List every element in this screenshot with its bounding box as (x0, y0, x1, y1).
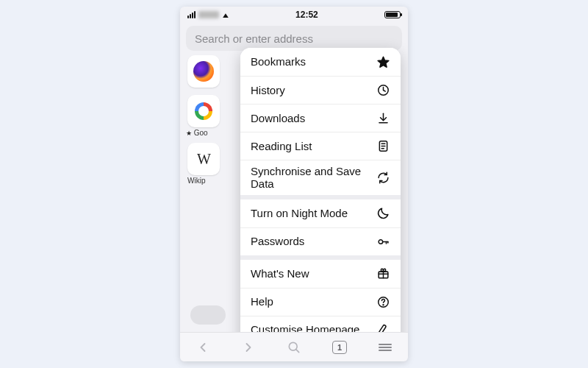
svg-marker-0 (378, 57, 389, 67)
menu-item-passwords[interactable]: Passwords (240, 227, 401, 255)
back-button[interactable] (192, 336, 214, 358)
key-icon (374, 235, 390, 249)
address-placeholder: Search or enter address (195, 32, 313, 45)
homepage-widget-pill (190, 305, 226, 325)
svg-point-16 (383, 304, 384, 305)
battery-icon (384, 11, 401, 18)
pin-star-icon: ★ (186, 130, 192, 137)
menu-item-label: Turn on Night Mode (251, 202, 348, 224)
hamburger-icon (379, 342, 392, 353)
menu-item-help[interactable]: Help (240, 288, 401, 316)
help-icon (374, 295, 390, 309)
menu-item-label: Help (251, 291, 273, 312)
main-menu-popup: BookmarksHistoryDownloadsReading ListSyn… (240, 48, 401, 361)
forward-icon (241, 340, 256, 355)
phone-frame: 12:52 Search or enter address ★ Goo W Wi… (180, 7, 408, 361)
homepage-shortcuts: ★ Goo W Wikip (187, 55, 239, 191)
shortcut-firefox[interactable] (187, 55, 220, 88)
signal-icon (187, 11, 196, 18)
gift-icon (374, 266, 390, 280)
menu-item-label: Reading List (251, 135, 312, 157)
shortcut-google[interactable] (187, 95, 220, 127)
moon-icon (374, 206, 390, 220)
menu-item-label: Synchronise and Save Data (251, 160, 376, 195)
menu-item-label: Downloads (251, 107, 305, 129)
tabs-button[interactable]: 1 (329, 336, 351, 358)
google-icon (195, 102, 212, 120)
address-bar[interactable]: Search or enter address (186, 26, 402, 51)
menu-item-sync[interactable]: Synchronise and Save Data (240, 160, 401, 195)
search-button[interactable] (283, 336, 305, 358)
menu-button[interactable] (374, 336, 396, 358)
shortcut-wikipedia[interactable]: W (187, 143, 220, 175)
wifi-icon (222, 10, 229, 20)
clock-icon (374, 83, 390, 97)
bottom-toolbar: 1 (180, 332, 408, 361)
menu-item-label: History (251, 79, 285, 101)
menu-item-history[interactable]: History (240, 76, 401, 104)
search-icon (287, 340, 301, 355)
forward-button[interactable] (237, 336, 259, 358)
svg-point-8 (379, 239, 383, 244)
shortcut-label-wikipedia: Wikip (187, 177, 239, 185)
download-icon (374, 111, 390, 125)
reader-icon (374, 139, 390, 153)
shortcut-label-google: Goo (194, 129, 208, 137)
firefox-icon (193, 61, 214, 82)
sync-icon (376, 171, 390, 185)
menu-item-label: Bookmarks (251, 51, 306, 72)
menu-item-downloads[interactable]: Downloads (240, 104, 401, 132)
back-icon (196, 340, 210, 355)
menu-item-whatsnew[interactable]: What's New (240, 260, 401, 288)
menu-item-bookmarks[interactable]: Bookmarks (240, 48, 401, 76)
tab-count-badge: 1 (332, 341, 347, 354)
carrier-name-blurred (198, 11, 219, 18)
menu-item-night[interactable]: Turn on Night Mode (240, 199, 401, 227)
menu-item-label: What's New (251, 263, 309, 284)
status-time: 12:52 (295, 10, 318, 20)
wikipedia-icon: W (197, 151, 210, 168)
svg-line-21 (296, 349, 299, 352)
star-icon (374, 55, 390, 69)
menu-item-reading[interactable]: Reading List (240, 132, 401, 160)
status-bar: 12:52 (180, 7, 408, 23)
menu-item-label: Passwords (251, 230, 304, 252)
